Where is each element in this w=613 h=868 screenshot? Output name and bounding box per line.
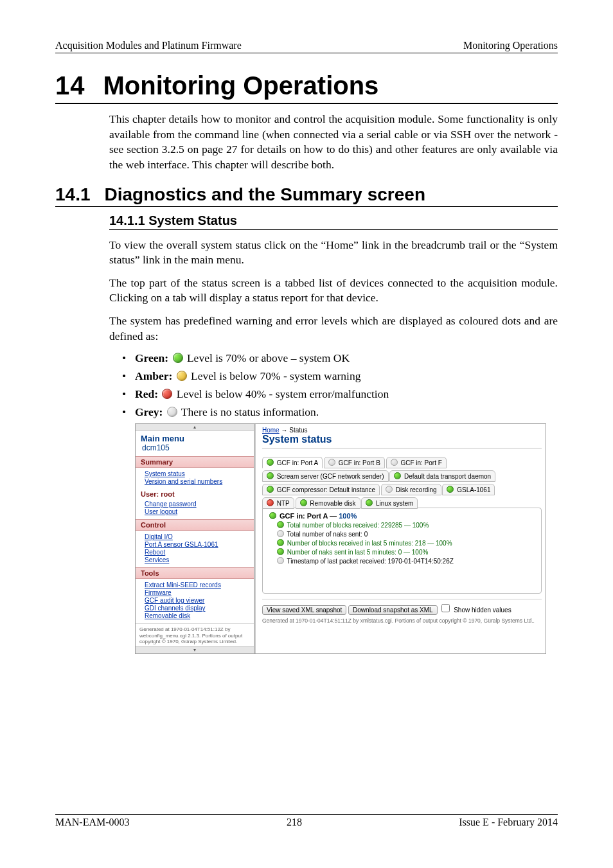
panel-title-text: GCF in: Port A — bbox=[280, 512, 339, 520]
tab-label: GCF in: Port A bbox=[277, 459, 318, 466]
panel-line: Total number of blocks received: 229285 … bbox=[287, 522, 429, 529]
level-red: Red: Level is below 40% - system error/m… bbox=[122, 387, 558, 401]
view-snapshot-button[interactable]: View saved XML snapshot bbox=[262, 605, 346, 615]
tab-gsla-1061[interactable]: GSLA-1061 bbox=[442, 484, 495, 495]
download-snapshot-button[interactable]: Download snapshot as XML bbox=[348, 605, 438, 615]
sidebar-item-firmware[interactable]: Firmware bbox=[145, 589, 249, 596]
header-left: Acquisition Modules and Platinum Firmwar… bbox=[55, 40, 242, 51]
sidebar-item-gcf-audit[interactable]: GCF audit log viewer bbox=[145, 597, 249, 604]
sidebar-heading-user: User: root bbox=[136, 489, 254, 498]
breadcrumb: Home → Status bbox=[262, 427, 542, 434]
tab-gcf-port-b[interactable]: GCF in: Port B bbox=[324, 457, 385, 468]
chapter-text: Monitoring Operations bbox=[103, 71, 379, 100]
sidebar-item-system-status[interactable]: System status bbox=[145, 470, 249, 477]
subsection-title: 14.1.1 System Status bbox=[109, 213, 558, 230]
show-hidden-checkbox[interactable] bbox=[441, 604, 450, 612]
level-red-desc: Level is below 40% - system error/malfun… bbox=[177, 387, 389, 400]
footer-right: Issue E - February 2014 bbox=[459, 817, 558, 828]
tab-disk-recording[interactable]: Disk recording bbox=[381, 484, 441, 495]
tab-label: Scream server (GCF network sender) bbox=[277, 473, 384, 480]
sidebar-item-change-password[interactable]: Change password bbox=[145, 500, 249, 508]
status-dot-icon bbox=[267, 472, 274, 479]
subsection-text: 14.1.1 System Status bbox=[109, 213, 237, 227]
header-right: Monitoring Operations bbox=[463, 40, 558, 51]
section-text: Diagnostics and the Summary screen bbox=[105, 184, 426, 205]
status-dot-icon bbox=[366, 499, 373, 506]
sidebar-item-digital-io[interactable]: Digital I/O bbox=[145, 533, 249, 540]
green-dot-icon bbox=[173, 353, 183, 363]
level-grey-desc: There is no status information. bbox=[181, 405, 319, 418]
level-green-label: Green: bbox=[135, 351, 168, 364]
footer-left: MAN-EAM-0003 bbox=[55, 817, 130, 828]
level-red-label: Red: bbox=[135, 387, 158, 400]
main-menu-title: Main menu bbox=[136, 431, 254, 443]
sidebar-heading-summary: Summary bbox=[136, 456, 254, 468]
status-level-list: Green: Level is 70% or above – system OK… bbox=[122, 351, 558, 419]
red-dot-icon bbox=[162, 389, 172, 399]
grey-dot-icon bbox=[167, 407, 177, 417]
scroll-down-icon[interactable]: ▾ bbox=[136, 646, 254, 653]
footer-center: 218 bbox=[287, 817, 302, 828]
page-footer: MAN-EAM-0003 218 Issue E - February 2014 bbox=[55, 814, 558, 828]
sidebar-item-extract-miniseed[interactable]: Extract Mini-SEED records bbox=[145, 581, 249, 589]
level-green-desc: Level is 70% or above – system OK bbox=[187, 351, 350, 364]
scroll-up-icon[interactable]: ▴ bbox=[136, 424, 254, 431]
tab-label: GSLA-1061 bbox=[457, 486, 490, 493]
chapter-number: 14 bbox=[55, 71, 85, 100]
section-number: 14.1 bbox=[55, 184, 91, 205]
section-title: 14.1 Diagnostics and the Summary screen bbox=[55, 184, 558, 207]
tab-linux-system[interactable]: Linux system bbox=[361, 497, 418, 509]
level-grey-label: Grey: bbox=[135, 405, 163, 418]
level-amber-label: Amber: bbox=[135, 369, 172, 382]
level-amber-desc: Level is below 70% - system warning bbox=[191, 369, 360, 382]
panel-line: Timestamp of last packet received: 1970-… bbox=[287, 558, 454, 565]
tab-gcf-compressor[interactable]: GCF compressor: Default instance bbox=[262, 484, 380, 495]
tab-removable-disk[interactable]: Removable disk bbox=[296, 497, 360, 509]
sidebar-item-logout[interactable]: User logout bbox=[145, 508, 249, 515]
tab-label: Default data transport daemon bbox=[404, 473, 491, 480]
tab-label: Disk recording bbox=[396, 486, 437, 493]
status-dot-icon bbox=[269, 512, 276, 519]
status-dot-icon bbox=[300, 499, 307, 506]
sidebar-item-reboot[interactable]: Reboot bbox=[145, 549, 249, 556]
status-dot-icon bbox=[277, 530, 284, 537]
status-dot-icon bbox=[267, 486, 274, 493]
sidebar-heading-control: Control bbox=[136, 519, 254, 531]
embedded-screenshot: ▴ Main menu dcm105 Summary System status… bbox=[135, 423, 546, 654]
tab-scream-server[interactable]: Scream server (GCF network sender) bbox=[262, 470, 389, 482]
panel-line: Number of blocks received in last 5 minu… bbox=[287, 540, 452, 547]
status-dot-icon bbox=[277, 539, 284, 546]
tab-label: GCF in: Port F bbox=[400, 459, 441, 466]
tab-default-data-transport[interactable]: Default data transport daemon bbox=[389, 470, 495, 482]
tab-label: NTP bbox=[277, 500, 290, 507]
tab-gcf-port-f[interactable]: GCF in: Port F bbox=[386, 457, 447, 468]
panel-line: Total number of naks sent: 0 bbox=[287, 531, 368, 538]
chapter-title: 14 Monitoring Operations bbox=[55, 71, 558, 104]
tab-gcf-port-a[interactable]: GCF in: Port A bbox=[262, 457, 323, 468]
sidebar-heading-tools: Tools bbox=[136, 567, 254, 579]
tab-label: GCF in: Port B bbox=[339, 459, 380, 466]
status-dot-icon bbox=[277, 548, 284, 555]
sidebar-item-removable-disk[interactable]: Removable disk bbox=[145, 612, 249, 619]
paragraph-1: To view the overall system status click … bbox=[109, 238, 558, 268]
panel-title-pct: 100% bbox=[339, 512, 357, 520]
sidebar-item-version[interactable]: Version and serial numbers bbox=[145, 478, 249, 485]
status-dot-icon bbox=[386, 486, 393, 493]
tab-ntp[interactable]: NTP bbox=[262, 497, 294, 509]
breadcrumb-tail: → Status bbox=[280, 427, 308, 434]
panel-line: Number of naks sent in last 5 minutes: 0… bbox=[287, 549, 429, 556]
tab-label: GCF compressor: Default instance bbox=[277, 486, 375, 493]
tab-label: Removable disk bbox=[310, 500, 355, 507]
amber-dot-icon bbox=[177, 371, 187, 381]
status-dot-icon bbox=[277, 521, 284, 528]
sidebar-item-services[interactable]: Services bbox=[145, 556, 249, 563]
generated-line: Generated at 1970-01-04T14:51:11Z by xml… bbox=[262, 617, 542, 624]
sidebar-item-port-a-sensor[interactable]: Port A sensor GSLA-1061 bbox=[145, 541, 249, 548]
status-dot-icon bbox=[394, 472, 401, 479]
breadcrumb-home[interactable]: Home bbox=[262, 427, 280, 434]
status-dot-icon bbox=[277, 557, 284, 564]
level-amber: Amber: Level is below 70% - system warni… bbox=[122, 369, 558, 383]
hostname: dcm105 bbox=[136, 443, 254, 456]
status-panel: GCF in: Port A — 100% Total number of bl… bbox=[262, 508, 542, 594]
sidebar-item-gdi-channels[interactable]: GDI channels display bbox=[145, 605, 249, 612]
